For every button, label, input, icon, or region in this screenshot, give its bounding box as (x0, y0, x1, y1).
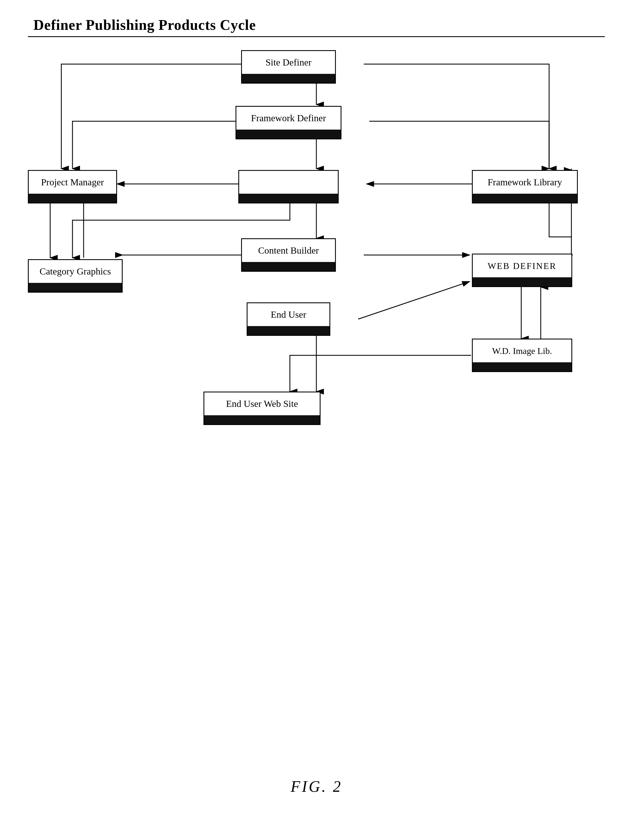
center-box-label (284, 171, 292, 194)
end-user-web-site-bar (204, 415, 320, 424)
framework-definer-bar (236, 129, 341, 139)
wd-image-lib-bar (473, 362, 571, 371)
project-manager-bar (29, 194, 116, 203)
wd-image-lib-label: W.D. Image Lib. (488, 339, 556, 362)
framework-definer-label: Framework Definer (247, 107, 330, 129)
content-builder-label: Content Builder (254, 239, 323, 262)
web-definer-node: WEB DEFINER (472, 254, 572, 287)
web-definer-label: WEB DEFINER (484, 254, 560, 277)
web-definer-bar (473, 277, 571, 286)
framework-library-node: Framework Library (472, 170, 578, 204)
end-user-bar (248, 326, 330, 335)
center-box-bar (239, 194, 338, 203)
framework-library-bar (473, 194, 577, 203)
category-graphics-node: Category Graphics (28, 259, 123, 293)
project-manager-node: Project Manager (28, 170, 117, 204)
wd-image-lib-node: W.D. Image Lib. (472, 339, 572, 372)
end-user-label: End User (267, 303, 310, 326)
site-definer-label: Site Definer (262, 51, 315, 74)
content-builder-node: Content Builder (241, 238, 336, 272)
center-box-node (238, 170, 339, 204)
framework-definer-node: Framework Definer (235, 106, 341, 139)
end-user-node: End User (247, 302, 330, 336)
site-definer-bar (242, 74, 335, 83)
project-manager-label: Project Manager (37, 171, 108, 194)
page-title: Definer Publishing Products Cycle (33, 17, 256, 33)
category-graphics-bar (29, 283, 122, 292)
title-underline (28, 36, 605, 37)
end-user-web-site-label: End User Web Site (222, 392, 302, 415)
content-builder-bar (242, 262, 335, 271)
category-graphics-label: Category Graphics (36, 260, 115, 283)
framework-library-label: Framework Library (484, 171, 566, 194)
site-definer-node: Site Definer (241, 50, 336, 84)
fig-label: FIG. 2 (291, 778, 342, 796)
end-user-web-site-node: End User Web Site (204, 392, 320, 425)
